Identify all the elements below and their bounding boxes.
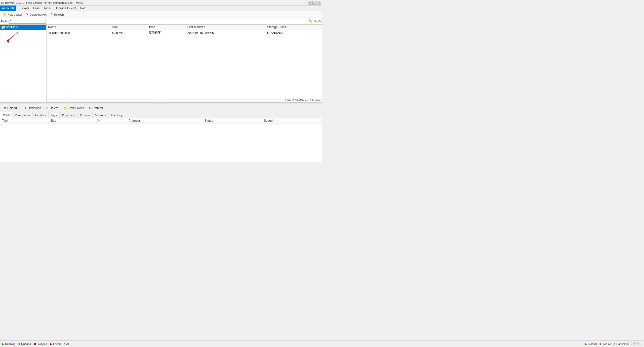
file-type-cell: 应用程序 [147, 30, 186, 36]
bucket-panel: 📁 user-info [0, 25, 47, 102]
bucket-item-user-info[interactable]: 📁 user-info [0, 25, 46, 30]
col-storage[interactable]: Storage Class [266, 25, 322, 30]
menu-bar: Accounts Buckets Files Tools Upgrade to … [0, 6, 322, 11]
menu-help[interactable]: Help [78, 6, 88, 11]
refresh-files-label: Refresh [92, 106, 103, 110]
file-name-cell: 🖥 skipShell.exe [47, 30, 110, 36]
tab-properties[interactable]: Properties [60, 112, 77, 118]
upload-dropdown-icon[interactable]: ▾ [18, 107, 19, 109]
upload-button[interactable]: ⬆ Upload ▾ [2, 105, 21, 111]
col-name[interactable]: Name [47, 25, 110, 30]
annotation-arrow [3, 30, 23, 47]
menu-files[interactable]: Files [31, 6, 42, 11]
minimize-button[interactable]: ─ [308, 1, 312, 5]
menu-buckets[interactable]: Buckets [16, 6, 31, 11]
tab-bar: Tasks Permissions Headers Tags Propertie… [0, 112, 322, 118]
refresh-files-icon: ↻ [89, 106, 92, 110]
menu-tools[interactable]: Tools [42, 6, 53, 11]
tasks-table: Task Size % Progress Status Speed [0, 118, 322, 123]
file-toolbar: ⬆ Upload ▾ ⬇ Download ✕ Delete 📁 New Fol… [0, 104, 322, 112]
tab-versions[interactable]: Versions [93, 112, 108, 118]
bucket-item-label: user-info [6, 25, 18, 29]
tab-permissions[interactable]: Permissions [12, 112, 33, 118]
col-size[interactable]: Size [110, 25, 147, 30]
tasks-col-size[interactable]: Size [48, 118, 95, 123]
delete-file-button[interactable]: ✕ Delete [44, 105, 60, 111]
menu-upgrade[interactable]: Upgrade to Pro! [53, 6, 78, 11]
col-modified[interactable]: Last Modified [186, 25, 266, 30]
file-exe-icon: 🖥 [48, 31, 51, 35]
delete-file-label: Delete [50, 106, 58, 110]
new-bucket-icon: 📁 [3, 13, 7, 17]
file-storage-cell: STANDARD [266, 30, 322, 36]
svg-marker-1 [6, 39, 9, 43]
file-table: Name Size Type Last Modified Storage Cla… [47, 25, 322, 36]
path-input[interactable] [9, 19, 46, 24]
download-button[interactable]: ⬇ Download [22, 105, 43, 111]
tab-headers[interactable]: Headers [33, 112, 49, 118]
col-type[interactable]: Type [147, 25, 186, 30]
tasks-col-speed[interactable]: Speed [262, 118, 322, 123]
settings-icon[interactable]: ⚙ [318, 19, 321, 23]
title-text: S3 Browser 10.3.1 - Free Version (for no… [1, 1, 83, 4]
close-button[interactable]: ✕ [317, 1, 321, 5]
main-area: 📁 user-info Name Size Type Last Modified… [0, 25, 322, 103]
file-size-cell: 5.88 MB [110, 30, 147, 36]
download-label: Download [28, 106, 41, 110]
new-bucket-button[interactable]: 📁 New bucket [1, 12, 23, 17]
tab-eventlog[interactable]: Event log [108, 112, 125, 118]
refresh-bucket-label: Refresh [54, 13, 64, 16]
upload-label: Upload [7, 106, 17, 110]
new-bucket-label: New bucket [8, 13, 22, 16]
file-modified-cell: 2022-05-15 08:46:50 [186, 30, 266, 36]
tasks-col-status[interactable]: Status [203, 118, 262, 123]
title-bar: S3 Browser 10.3.1 - Free Version (for no… [0, 0, 322, 6]
menu-accounts[interactable]: Accounts [0, 6, 16, 11]
delete-bucket-button[interactable]: ✕ Delete bucket [24, 12, 48, 17]
path-icons: ✏️ ▼ ⚙ [309, 19, 321, 23]
refresh-bucket-icon: ↻ [51, 13, 53, 16]
tasks-section: Tasks Permissions Headers Tags Propertie… [0, 112, 322, 162]
folder-icon: 📁 [1, 25, 5, 29]
upload-icon: ⬆ [4, 106, 7, 110]
new-folder-button[interactable]: 📁 New Folder [61, 105, 86, 111]
tab-preview[interactable]: Preview [77, 112, 93, 118]
path-label: Path: [1, 20, 8, 23]
delete-bucket-label: Delete bucket [29, 13, 46, 16]
refresh-bucket-button[interactable]: ↻ Refresh [49, 12, 65, 17]
tasks-col-percent[interactable]: % [95, 118, 127, 123]
download-icon: ⬇ [24, 106, 27, 110]
refresh-files-button[interactable]: ↻ Refresh [87, 105, 105, 111]
maximize-button[interactable]: □ [312, 1, 316, 5]
svg-line-0 [8, 32, 18, 41]
table-row[interactable]: 🖥 skipShell.exe 5.88 MB 应用程序 2022-05-15 … [47, 30, 322, 36]
tasks-col-progress[interactable]: Progress [127, 118, 203, 123]
new-folder-icon: 📁 [63, 106, 68, 110]
file-status: 1 file (5.88 MB) and 0 folders [47, 98, 322, 102]
edit-path-icon[interactable]: ✏️ [309, 19, 313, 23]
filter-icon[interactable]: ▼ [314, 19, 317, 23]
toolbar: 📁 New bucket ✕ Delete bucket ↻ Refresh [0, 11, 322, 18]
file-panel: Name Size Type Last Modified Storage Cla… [47, 25, 322, 102]
tab-tasks[interactable]: Tasks [0, 112, 12, 118]
title-controls: ─ □ ✕ [308, 1, 321, 5]
delete-file-icon: ✕ [46, 106, 49, 110]
tasks-col-task[interactable]: Task [0, 118, 48, 123]
path-bar: Path: ✏️ ▼ ⚙ [0, 18, 322, 25]
delete-bucket-icon: ✕ [26, 13, 29, 16]
new-folder-label: New Folder [68, 106, 84, 110]
tab-tags[interactable]: Tags [49, 112, 60, 118]
